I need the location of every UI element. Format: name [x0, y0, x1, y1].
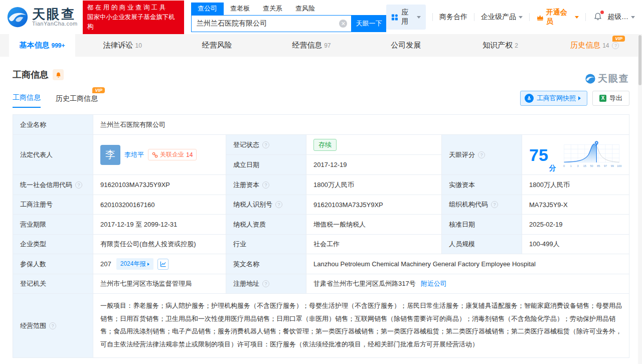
search-tab-relation[interactable]: 查关系: [256, 3, 289, 15]
score-distribution-chart[interactable]: 0 1 3 15 50 85 97 99 100: [561, 139, 622, 171]
reg-address-label: 注册地址: [226, 274, 306, 294]
credit-code-value: 91620103MA73J5Y9XP: [93, 175, 226, 195]
help-icon[interactable]: [262, 181, 269, 189]
arrow-right-icon: [147, 263, 149, 266]
open-vip-menu[interactable]: 开通会员: [536, 8, 579, 26]
scrollbar-thumb[interactable]: [638, 35, 641, 85]
org-code-label: 组织机构代码: [442, 195, 522, 215]
promo-line1: 都在用的商业查询工具: [87, 3, 180, 13]
score-unit: 分: [549, 164, 556, 173]
related-companies-badge[interactable]: 关联企业 14: [148, 149, 197, 160]
help-icon[interactable]: [75, 181, 82, 189]
help-icon[interactable]: [262, 141, 269, 148]
legal-rep-label: 法定代表人: [13, 135, 93, 175]
reg-authority-label: 登记机关: [13, 274, 93, 294]
legal-rep-avatar[interactable]: 李: [100, 145, 120, 165]
search-button[interactable]: 天眼一下: [351, 15, 386, 32]
search-tab-boss[interactable]: 查老板: [224, 3, 256, 15]
tab-history-info[interactable]: VIP 历史信息14: [548, 34, 642, 57]
chevron-down-icon: [631, 16, 635, 19]
business-term-label: 营业期限: [13, 215, 93, 235]
industry-value: 社会工作: [306, 235, 442, 254]
crown-icon: [536, 13, 544, 22]
taxpayer-id-value: 91620103MA73J5Y9XP: [306, 195, 442, 215]
search-tab-company[interactable]: 查公司: [191, 3, 224, 15]
tab-intellectual-property[interactable]: 知识产权2: [453, 34, 547, 57]
company-name-value: 兰州兰石医院有限公司: [93, 115, 629, 135]
svg-text:0: 0: [563, 164, 565, 167]
tianyancha-company-page: 天眼查 TianYanCha.com 都在用的商业查询工具 国家中小企业发展子基…: [0, 0, 642, 364]
chevron-down-icon: [575, 16, 579, 19]
establish-date-value: 2017-12-19: [306, 155, 442, 175]
divider: [585, 13, 586, 21]
legal-rep-name-link[interactable]: 李培平: [124, 150, 144, 159]
insured-count-cell: 207 2024年报: [93, 254, 226, 274]
svg-text:99: 99: [611, 164, 614, 167]
search-input[interactable]: [191, 15, 351, 32]
biz-cooperation-link[interactable]: 商务合作: [439, 13, 467, 22]
divider: [432, 13, 433, 21]
help-icon[interactable]: [262, 280, 269, 287]
annual-report-chip[interactable]: 2024年报: [116, 258, 154, 270]
help-icon[interactable]: [49, 322, 56, 329]
tianyancha-logo[interactable]: 天眼查 TianYanCha.com: [6, 6, 78, 29]
search-tabs: 查公司 查老板 查关系 查风险: [191, 3, 386, 15]
subtab-history-business-info[interactable]: VIP 历史工商信息: [56, 94, 98, 108]
tianyancha-swirl-icon: [585, 73, 596, 84]
line-chart-icon: [160, 261, 167, 267]
tab-company-development[interactable]: 公司发展: [359, 34, 453, 57]
bell-icon: [55, 72, 62, 78]
search-tab-risk[interactable]: 查风险: [289, 3, 322, 15]
nearby-companies-link[interactable]: 附近公司: [421, 279, 447, 288]
chevron-down-icon: [417, 16, 421, 19]
company-nav-tabs: 基本信息999+ 法律诉讼10 经营风险 经营信息97 公司发展 知识产权2 V…: [0, 34, 642, 57]
vip-badge: VIP: [92, 87, 105, 93]
score-cell: 75 分: [522, 135, 629, 175]
tab-basic-info[interactable]: 基本信息999+: [9, 34, 75, 57]
staff-size-label: 人员规模: [442, 235, 522, 254]
status-badge: 存续: [313, 139, 337, 151]
divider: [474, 13, 474, 21]
help-icon[interactable]: [612, 42, 619, 49]
link-companies-icon: [152, 152, 158, 158]
promo-line2: 国家中小企业发展子基金旗下机构: [87, 13, 180, 32]
enterprise-product-menu[interactable]: 企业级产品: [481, 13, 523, 22]
reg-status-label: 登记状态: [226, 135, 306, 155]
promo-banner: 都在用的商业查询工具 国家中小企业发展子基金旗下机构: [83, 1, 184, 34]
svg-text:3: 3: [577, 164, 578, 167]
help-icon[interactable]: [478, 151, 485, 158]
super-account-menu[interactable]: 超级…: [607, 13, 635, 22]
tab-operation-info[interactable]: 经营信息97: [264, 34, 359, 57]
apps-label: 应用: [401, 8, 414, 26]
svg-text:100: 100: [617, 164, 621, 167]
top-header: 天眼查 TianYanCha.com 都在用的商业查询工具 国家中小企业发展子基…: [0, 0, 642, 34]
paid-capital-label: 实缴资本: [442, 175, 522, 195]
reg-address-cell: 甘肃省兰州市七里河区瓜州路317号 附近公司: [306, 274, 629, 294]
english-name-value: Lanzhou Petroleum Chemical Machinery Gen…: [306, 254, 629, 274]
subtab-business-info[interactable]: 工商信息: [13, 93, 41, 108]
search-area: 查公司 查老板 查关系 查风险 ✕ 天眼一下: [191, 3, 386, 32]
official-snapshot-button[interactable]: 工商官网快照: [520, 91, 587, 106]
clear-search-icon[interactable]: ✕: [339, 20, 347, 28]
company-type-label: 企业类型: [13, 235, 93, 254]
export-button[interactable]: X 导出: [592, 91, 629, 106]
svg-text:97: 97: [604, 164, 607, 167]
monitor-bell-button[interactable]: [53, 69, 64, 80]
taxpayer-quality-label: 纳税人资质: [226, 215, 306, 235]
english-name-label: 英文名称: [226, 254, 306, 274]
taxpayer-id-label: 纳税人识别号: [226, 195, 306, 215]
business-scope-value: 一般项目：养老服务；病人陪护服务；护理机构服务（不含医疗服务）；母婴生活护理（不…: [93, 294, 629, 358]
apps-menu[interactable]: 应用: [386, 5, 426, 30]
tab-operation-risk[interactable]: 经营风险: [170, 34, 264, 57]
notification-bell[interactable]: [593, 12, 602, 23]
divider: [529, 13, 530, 21]
tab-legal-proceedings[interactable]: 法律诉讼10: [75, 34, 170, 57]
help-icon[interactable]: [275, 201, 282, 208]
help-icon[interactable]: [491, 201, 498, 208]
taxpayer-quality-value: 增值税一般纳税人: [306, 215, 442, 235]
score-value: 75: [529, 146, 548, 163]
svg-text:85: 85: [597, 164, 600, 167]
trend-chart-button[interactable]: [157, 259, 169, 270]
svg-text:1: 1: [570, 164, 572, 167]
reg-capital-value: 1800万人民币: [306, 175, 442, 195]
